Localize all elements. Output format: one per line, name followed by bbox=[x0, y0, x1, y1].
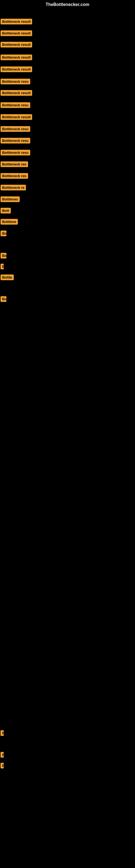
bottleneck-result-badge: Bottleneck result bbox=[1, 19, 32, 24]
bottleneck-result-badge: Bo bbox=[1, 230, 6, 236]
bottleneck-result-badge: B bbox=[1, 752, 4, 757]
bottleneck-result-badge: B bbox=[1, 730, 4, 736]
bottleneck-result-badge: Bottleneck re bbox=[1, 185, 26, 190]
bottleneck-result-badge: Bottleneck resu bbox=[1, 126, 30, 132]
bottleneck-result-badge: Bottleneck result bbox=[1, 66, 32, 72]
bottleneck-result-badge: Bottlene bbox=[1, 219, 18, 225]
bottleneck-result-badge: Bottleneck resu bbox=[1, 150, 30, 155]
bottleneck-result-badge: Bottle bbox=[1, 275, 14, 280]
bottleneck-result-badge: Bo bbox=[1, 253, 6, 258]
bottleneck-result-badge: Bott bbox=[1, 208, 11, 214]
bottleneck-result-badge: Bo bbox=[1, 296, 6, 302]
bottleneck-result-badge: Bottleneck res bbox=[1, 161, 28, 167]
site-title: TheBottlenecker.com bbox=[0, 0, 135, 9]
bottleneck-result-badge: Bottleneck result bbox=[1, 30, 32, 36]
bottleneck-result-badge: B bbox=[1, 763, 4, 769]
bottleneck-result-badge: B bbox=[1, 264, 4, 269]
bottleneck-result-badge: Bottleneck resu bbox=[1, 102, 30, 108]
bottleneck-result-badge: Bottlenec bbox=[1, 196, 20, 202]
bottleneck-result-badge: Bottleneck res bbox=[1, 173, 28, 179]
bottleneck-result-badge: Bottleneck result bbox=[1, 55, 32, 60]
bottleneck-result-badge: Bottleneck result bbox=[1, 90, 32, 96]
bottleneck-result-badge: Bottleneck resu bbox=[1, 138, 30, 144]
bottleneck-result-badge: Bottleneck result bbox=[1, 42, 32, 48]
bottleneck-result-badge: Bottleneck resu bbox=[1, 79, 30, 84]
bottleneck-result-badge: Bottleneck result bbox=[1, 114, 32, 120]
